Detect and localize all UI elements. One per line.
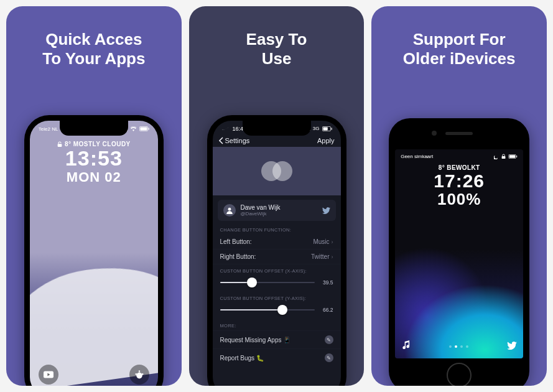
back-button[interactable]: Settings	[219, 137, 250, 144]
avatar	[223, 204, 236, 217]
row-report-bugs[interactable]: Report Bugs 🐛 ✎	[213, 348, 341, 366]
section-label-x: CUSTOM BUTTON OFFSET (X-AXIS):	[213, 264, 341, 276]
dock-right-button[interactable]	[129, 365, 149, 385]
lock-icon	[501, 154, 506, 159]
author-handle: @DaveWijk	[241, 211, 317, 217]
carrier-label: Geen simkaart	[401, 154, 433, 159]
youtube-icon	[44, 371, 53, 378]
twitter-icon	[322, 207, 330, 214]
dock-right-button[interactable]	[507, 341, 517, 352]
slider-y[interactable]	[220, 309, 315, 310]
promo-panel-2: Easy To Use 16:47 3G	[189, 6, 365, 386]
row-left-button[interactable]: Left Button: Music›	[213, 235, 341, 250]
phone-mock-3: Geen simkaart 8° BEWOLKT 17:26 100%	[389, 118, 529, 386]
lock-icon	[57, 141, 62, 147]
svg-rect-12	[502, 156, 506, 159]
pencil-icon: ✎	[325, 353, 333, 362]
dock-left-button[interactable]	[39, 365, 58, 385]
svg-rect-1	[140, 127, 147, 130]
pencil-icon: ✎	[325, 335, 333, 344]
lockscreen-3: Geen simkaart 8° BEWOLKT 17:26 100%	[395, 149, 523, 358]
row-request-apps[interactable]: Request Missing Apps 📱 ✎	[213, 330, 341, 348]
venn-icon	[261, 161, 292, 181]
section-label-function: CHANGE BUTTON FUNCTION:	[213, 223, 341, 235]
svg-rect-3	[58, 144, 62, 147]
status-bar: Geen simkaart	[395, 149, 523, 161]
svg-rect-14	[509, 155, 516, 157]
slider-x[interactable]	[220, 282, 315, 283]
battery-icon	[139, 126, 149, 131]
dnd-icon	[494, 154, 499, 159]
panel3-title: Support For Older iDevices	[403, 30, 516, 68]
lockscreen-1: Tele2 NL 8° MOSTLY CLOUDY 13:53 MON 02	[30, 121, 158, 386]
home-button[interactable]	[447, 363, 472, 386]
battery-icon	[322, 126, 332, 131]
panel2-title: Easy To Use	[246, 30, 307, 68]
apply-button[interactable]: Apply	[317, 137, 335, 144]
page-dots	[449, 345, 468, 348]
nike-icon	[221, 126, 230, 131]
svg-rect-11	[331, 128, 332, 130]
promo-panel-3: Support For Older iDevices Geen simkaart…	[371, 6, 547, 386]
header-graphic	[213, 147, 341, 195]
svg-rect-2	[148, 128, 149, 130]
slider-x-value: 39.5	[320, 279, 333, 286]
notch	[60, 121, 128, 136]
section-label-more: MORE:	[213, 319, 341, 330]
phone-mock-1: Tele2 NL 8° MOSTLY CLOUDY 13:53 MON 02	[24, 115, 164, 386]
wifi-icon	[130, 126, 137, 131]
author-name: Dave van Wijk	[241, 204, 317, 211]
svg-point-7	[135, 373, 137, 375]
svg-rect-15	[516, 156, 517, 157]
svg-point-8	[142, 373, 144, 375]
notch	[243, 121, 311, 136]
lock-info: 8° BEWOLKT 17:26 100%	[395, 164, 523, 208]
promo-panel-1: Quick Acces To Your Apps Tele2 NL	[6, 6, 182, 386]
slider-y-value: 66.2	[320, 307, 333, 313]
earpiece	[445, 132, 473, 135]
settings-screen: 16:47 3G Settings Apply	[213, 121, 341, 386]
phone-mock-2: 16:47 3G Settings Apply	[207, 115, 346, 386]
section-label-y: CUSTOM BUTTON OFFSET (Y-AXIS):	[213, 292, 341, 303]
twitter-icon	[507, 342, 517, 350]
author-card[interactable]: Dave van Wijk @DaveWijk	[218, 200, 336, 221]
battery-icon	[508, 154, 518, 159]
front-camera	[432, 131, 437, 136]
carrier-label: Tele2 NL	[39, 126, 58, 132]
row-right-button[interactable]: Right Button: Twitter›	[213, 250, 341, 264]
panel1-title: Quick Acces To Your Apps	[42, 30, 145, 68]
chevron-left-icon	[219, 137, 224, 144]
reddit-icon	[134, 370, 144, 380]
svg-rect-10	[323, 127, 327, 130]
lock-info: 8° MOSTLY CLOUDY 13:53 MON 02	[30, 141, 158, 185]
dock-left-button[interactable]	[401, 340, 411, 352]
music-icon	[401, 340, 411, 350]
